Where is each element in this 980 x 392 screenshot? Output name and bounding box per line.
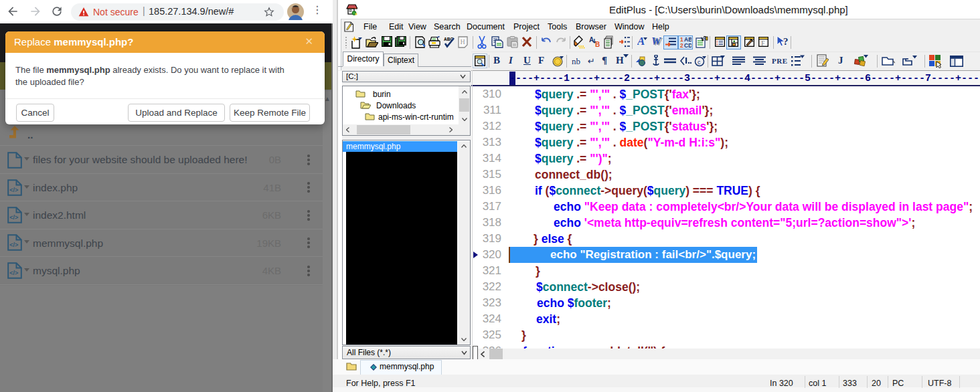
- svg-text:A: A: [589, 36, 594, 43]
- svg-text:A: A: [637, 35, 645, 47]
- svg-text:W: W: [651, 36, 662, 47]
- svg-text:</>: </>: [9, 187, 18, 193]
- svg-text:F: F: [761, 39, 765, 47]
- svg-text:H: H: [461, 38, 465, 45]
- svg-text:</>: </>: [9, 270, 18, 276]
- svg-text:CD: CD: [684, 42, 691, 48]
- svg-text:</>: </>: [9, 214, 18, 221]
- svg-text:?: ?: [783, 36, 789, 47]
- svg-text:2: 2: [680, 42, 683, 48]
- svg-text:c: c: [698, 59, 701, 66]
- svg-text:B: B: [595, 41, 600, 48]
- svg-text:</>: </>: [9, 241, 18, 248]
